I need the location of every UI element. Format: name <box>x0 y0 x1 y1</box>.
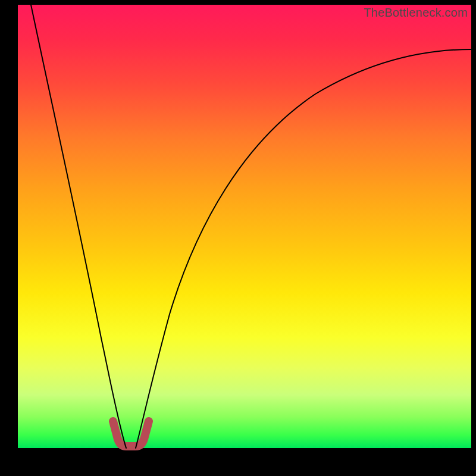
curve-layer <box>18 5 471 448</box>
gradient-plot-area: TheBottleneck.com <box>18 5 471 448</box>
chart-frame: TheBottleneck.com <box>18 5 471 463</box>
right-branch-path <box>136 49 471 448</box>
left-branch-path <box>31 5 126 448</box>
bottom-highlight-path <box>113 421 149 446</box>
